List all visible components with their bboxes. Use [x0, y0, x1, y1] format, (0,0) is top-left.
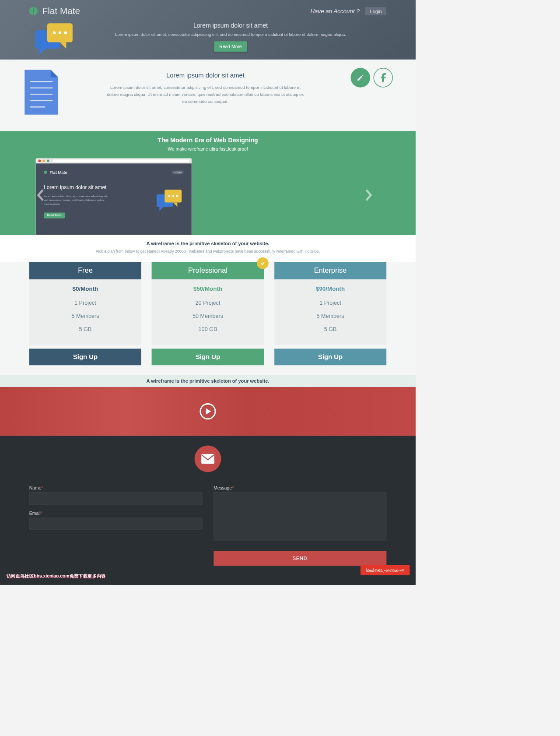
carousel-section-sub: We make wireframe ultra fast,leak proof [0, 146, 416, 151]
plan-feature: 1 Project [29, 296, 141, 310]
message-input[interactable] [214, 492, 386, 541]
play-button[interactable] [200, 403, 216, 419]
edit-social-button[interactable] [351, 68, 371, 88]
login-button[interactable]: Login [365, 7, 386, 15]
slide-login: LOGIN [172, 170, 183, 174]
plan-enterprise: Enterprise $90/Month 1 Project 5 Members… [274, 262, 386, 365]
carousel-section-title: The Modern Era of Web Designing [0, 137, 416, 144]
email-label: Email* [29, 511, 202, 516]
brand-name: Flat Mate [42, 6, 80, 16]
hero-section: Flat Mate Have an Account ? Login Lorem … [0, 0, 416, 60]
facebook-icon [380, 73, 386, 82]
svg-point-3 [59, 32, 61, 34]
carousel-prev-button[interactable] [36, 188, 45, 204]
plans-subtitle: Pick a plan from below to get started! A… [0, 249, 416, 253]
svg-rect-8 [30, 100, 52, 102]
floating-badge[interactable]: å‰å¾€ä¸‹è½½æ¬¾ [360, 565, 410, 575]
svg-point-14 [176, 195, 178, 197]
intro-section: Lorem ipsum dolor sit amet Lorem ipsum d… [0, 60, 416, 131]
chevron-left-icon [36, 188, 45, 201]
plan-free: Free $0/Month 1 Project 5 Members 5 GB S… [29, 262, 141, 365]
plan-professional: Professional $50/Month 20 Project 50 Mem… [152, 262, 264, 365]
plan-feature: 5 GB [274, 323, 386, 336]
email-input[interactable] [29, 518, 202, 530]
plan-feature: 5 GB [29, 323, 141, 336]
send-button[interactable]: SEND [214, 551, 386, 565]
svg-point-2 [53, 32, 56, 34]
name-input[interactable] [29, 492, 202, 504]
plan-price: $0/Month [29, 285, 141, 292]
pencil-icon [357, 74, 364, 81]
hero-cta-button[interactable]: Read More [214, 41, 247, 52]
svg-point-13 [172, 195, 174, 197]
watermark-text: 访问血鸟社区bbs.xieniao.com免费下载更多内容 [7, 573, 106, 579]
plan-signup-button[interactable]: Sign Up [274, 349, 386, 365]
plan-signup-button[interactable]: Sign Up [152, 349, 264, 365]
pricing-section: Free $0/Month 1 Project 5 Members 5 GB S… [0, 262, 416, 375]
document-icon [23, 68, 60, 118]
plans-title: A wireframe is the primitive skeleton of… [0, 241, 416, 247]
svg-rect-6 [30, 87, 52, 88]
message-label: Message* [214, 485, 386, 490]
plan-feature: 1 Project [274, 296, 386, 310]
chat-icon [32, 21, 74, 60]
featured-badge-icon [257, 257, 269, 269]
svg-rect-7 [30, 94, 52, 95]
facebook-social-button[interactable] [374, 68, 393, 88]
contact-section: Name* Email* Message* SEND å‰å¾€ä¸‹è½½æ¬… [0, 436, 416, 585]
slide-chat-icon [154, 188, 184, 218]
plans-header: A wireframe is the primitive skeleton of… [0, 235, 416, 262]
plan-feature: 5 Members [274, 310, 386, 323]
hero-subtitle: Lorem ipsum dolor sit amet, consectetur … [75, 32, 387, 37]
slide-body: Lorem ipsum dolor sit amet, consectetur … [44, 194, 108, 206]
video-section [0, 387, 416, 436]
plan-feature: 20 Project [152, 296, 264, 310]
plan-price: $50/Month [152, 285, 264, 292]
plan-signup-button[interactable]: Sign Up [29, 349, 141, 365]
plan-feature: 5 Members [29, 310, 141, 323]
svg-rect-5 [30, 81, 52, 82]
svg-point-4 [64, 32, 67, 34]
slide-logo-icon [44, 171, 47, 174]
top-nav: Flat Mate Have an Account ? Login [23, 0, 393, 16]
intro-body: Lorem ipsum dolor sit amet, consectetur … [105, 85, 306, 105]
carousel-next-button[interactable] [364, 188, 374, 204]
carousel-slide: Flat Mate LOGIN Lorem ipsum dolor sit am… [36, 158, 192, 235]
plan-name: Free [29, 262, 141, 279]
brand-logo[interactable]: Flat Mate [29, 6, 80, 16]
intro-title: Lorem ipsum dolor sit amet [73, 72, 338, 79]
slide-brand: Flat Mate [50, 170, 67, 175]
plan-price: $90/Month [274, 285, 386, 292]
chevron-right-icon [364, 188, 374, 201]
name-label: Name* [29, 485, 202, 490]
plan-name: Enterprise [274, 262, 386, 279]
account-prompt: Have an Account ? [310, 7, 359, 14]
hero-title: Lorem ipsum dolor sit amet [75, 22, 387, 29]
svg-point-12 [168, 195, 170, 197]
plan-feature: 50 Members [152, 310, 264, 323]
plan-feature: 100 GB [152, 323, 264, 336]
svg-rect-9 [30, 106, 45, 108]
svg-rect-15 [201, 454, 214, 463]
carousel-section: The Modern Era of Web Designing We make … [0, 131, 416, 235]
slide-title: Lorem ipsum dolor sit amet [44, 184, 108, 190]
logo-icon [29, 7, 38, 15]
slide-cta: Read More [44, 212, 65, 218]
mail-icon [195, 445, 221, 472]
plan-name: Professional [152, 262, 264, 279]
info-strip: A wireframe is the primitive skeleton of… [0, 375, 416, 387]
